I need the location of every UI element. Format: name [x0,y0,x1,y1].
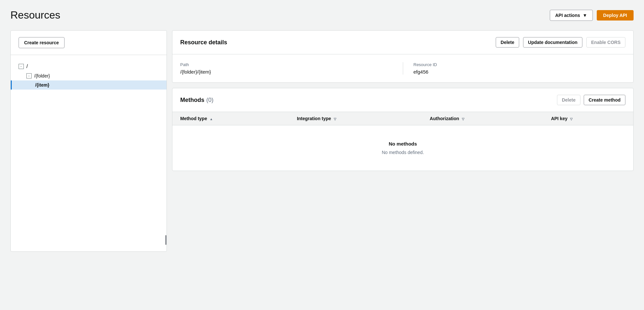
delete-method-button: Delete [557,95,580,105]
sort-desc-icon-integration: ▽ [334,117,336,121]
no-methods-title: No methods [180,141,625,147]
left-panel: Create resource − / − /{folder} /{item} [10,30,167,252]
api-actions-label: API actions [555,13,580,18]
col-method-type-label: Method type [180,116,207,121]
main-content: Create resource − / − /{folder} /{item} [10,30,634,252]
resource-details-header: Resource details Delete Update documenta… [172,31,633,54]
resource-id-label: Resource ID [414,62,626,67]
col-integration-type[interactable]: Integration type ▽ [289,112,422,125]
resource-id-value: efg456 [414,69,626,75]
methods-count: (0) [206,97,213,104]
tree-root-label: / [26,63,28,69]
col-integration-type-label: Integration type [297,116,331,121]
header-actions: API actions ▼ Deploy API [550,10,634,21]
right-panel: Resource details Delete Update documenta… [172,30,634,171]
collapse-icon: − [19,64,24,69]
path-value: /{folder}/{item} [180,69,392,75]
no-methods-desc: No methods defined. [180,150,625,155]
sort-asc-icon: ▲ [210,117,213,121]
path-label: Path [180,62,392,67]
page-title: Resources [10,9,60,21]
enable-cors-button: Enable CORS [586,37,625,48]
delete-resource-button[interactable]: Delete [496,37,519,48]
tree-item-folder[interactable]: − /{folder} [11,71,167,80]
api-actions-button[interactable]: API actions ▼ [550,10,593,21]
left-panel-top: Create resource [11,31,167,55]
resource-details-card: Resource details Delete Update documenta… [172,30,634,83]
create-method-button[interactable]: Create method [584,95,625,105]
chevron-down-icon: ▼ [583,13,587,18]
tree-folder-label: /{folder} [34,73,50,78]
col-authorization-label: Authorization [430,116,459,121]
methods-table-header-row: Method type ▲ Integration type ▽ Authori… [172,112,633,125]
col-api-key[interactable]: API key ▽ [543,112,633,125]
methods-header: Methods (0) Delete Create method [172,88,633,112]
sort-desc-icon-key: ▽ [570,117,573,121]
methods-card: Methods (0) Delete Create method Method … [172,88,634,171]
col-api-key-label: API key [551,116,568,121]
path-field: Path /{folder}/{item} [180,62,392,75]
panel-resizer[interactable] [165,235,167,245]
resource-details-title: Resource details [180,39,227,46]
no-methods-section: No methods No methods defined. [172,125,633,171]
tree-item-root[interactable]: − / [11,62,167,71]
methods-title: Methods [180,97,204,104]
deploy-api-button[interactable]: Deploy API [597,10,634,21]
resource-tree: − / − /{folder} /{item} [11,55,167,96]
tree-item-label: /{item} [35,82,50,88]
methods-table: Method type ▲ Integration type ▽ Authori… [172,112,633,125]
col-method-type[interactable]: Method type ▲ [172,112,289,125]
create-resource-button[interactable]: Create resource [19,37,65,48]
collapse-icon-folder: − [26,73,32,78]
sort-desc-icon-auth: ▽ [462,117,464,121]
tree-item-item[interactable]: /{item} [11,80,167,90]
resource-details-body: Path /{folder}/{item} Resource ID efg456 [172,54,633,82]
update-documentation-button[interactable]: Update documentation [523,37,582,48]
detail-divider [403,62,403,75]
col-authorization[interactable]: Authorization ▽ [422,112,543,125]
resource-id-field: Resource ID efg456 [414,62,626,75]
